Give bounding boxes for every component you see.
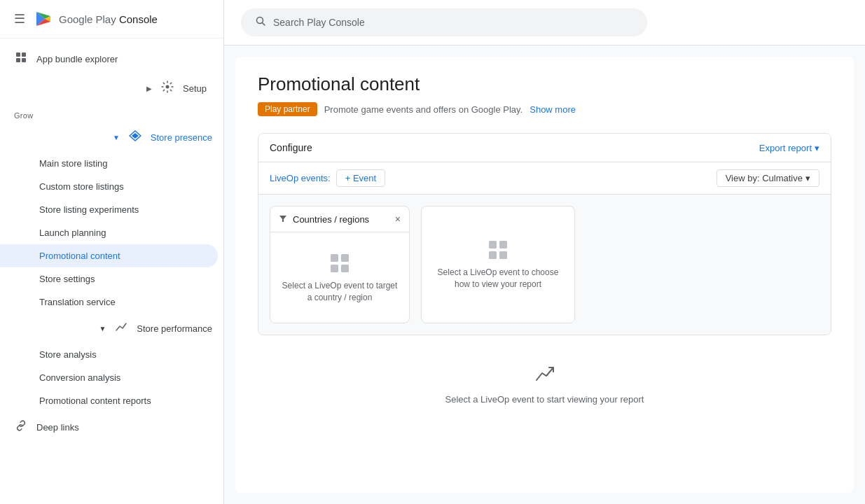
sidebar-item-app-bundle-explorer[interactable]: App bundle explorer <box>0 44 218 74</box>
right-panel-grid-icon <box>487 239 509 261</box>
grid-icon <box>328 252 351 274</box>
page-title: Promotional content <box>258 74 831 95</box>
export-report-chevron-icon: ▾ <box>815 143 819 153</box>
setup-icon <box>160 80 174 96</box>
sidebar-item-conversion-analysis[interactable]: Conversion analysis <box>0 366 218 389</box>
store-presence-icon <box>128 130 142 145</box>
svg-rect-1 <box>22 52 26 57</box>
setup-expand-icon: ▶ <box>146 85 152 92</box>
logo-area: Google Play Console <box>34 9 158 29</box>
grow-section-label: Grow <box>0 103 223 122</box>
svg-rect-17 <box>499 251 507 259</box>
country-card-title: Countries / regions <box>293 214 369 225</box>
play-logo-icon <box>34 9 53 29</box>
sidebar-item-store-presence[interactable]: ▼ Store presence <box>0 122 223 152</box>
deep-links-icon <box>14 419 28 435</box>
svg-point-4 <box>166 85 169 89</box>
sidebar-item-store-analysis[interactable]: Store analysis <box>0 343 218 366</box>
svg-rect-14 <box>489 241 497 248</box>
sidebar-item-translation-service[interactable]: Translation service <box>0 290 218 314</box>
chart-area: Select a LiveOp event to start viewing y… <box>258 335 831 433</box>
sidebar-item-promotional-content-reports[interactable]: Promotional content reports <box>0 389 218 412</box>
right-panel: Select a LiveOp event to choose how to v… <box>421 206 575 323</box>
export-report-button[interactable]: Export report ▾ <box>759 143 819 153</box>
sidebar-item-launch-planning[interactable]: Launch planning <box>0 221 218 244</box>
svg-rect-10 <box>331 254 338 262</box>
search-bar[interactable]: Search Play Console <box>241 8 647 36</box>
store-presence-expand-icon: ▼ <box>113 134 120 141</box>
store-performance-expand-icon: ▼ <box>99 325 106 332</box>
svg-marker-6 <box>132 133 139 139</box>
svg-line-8 <box>263 23 265 26</box>
country-card-body: Select a LiveOp event to target a countr… <box>270 232 409 323</box>
svg-rect-3 <box>22 58 26 62</box>
main-content-area: Search Play Console Promotional content … <box>224 0 865 504</box>
configure-toolbar: LiveOp events: + Event View by: Culmativ… <box>258 162 831 195</box>
page-content: Promotional content Play partner Promote… <box>235 57 854 493</box>
setup-label: Setup <box>183 83 207 94</box>
hamburger-icon[interactable]: ☰ <box>11 8 28 29</box>
view-by-chevron-icon: ▾ <box>805 173 810 183</box>
search-icon <box>255 15 266 29</box>
topbar: Search Play Console <box>224 0 865 46</box>
svg-rect-15 <box>499 241 507 248</box>
store-presence-label: Store presence <box>151 132 212 143</box>
toolbar-left: LiveOp events: + Event <box>270 169 385 187</box>
svg-rect-2 <box>16 58 20 62</box>
country-regions-card: Countries / regions × Select a LiveOp ev… <box>270 206 410 323</box>
right-panel-empty-text: Select a LiveOp event to choose how to v… <box>433 267 563 290</box>
search-placeholder-text: Search Play Console <box>273 17 365 28</box>
sidebar-item-store-performance[interactable]: ▼ Store performance <box>0 314 223 343</box>
sidebar-header: ☰ Google Play Console <box>0 0 223 38</box>
svg-rect-12 <box>331 265 338 272</box>
svg-rect-13 <box>341 265 349 272</box>
liveop-events-label: LiveOp events: <box>270 173 331 183</box>
chart-trend-icon <box>534 363 556 386</box>
sidebar-item-deep-links[interactable]: Deep links <box>0 412 223 442</box>
store-performance-icon <box>114 321 128 336</box>
filter-icon <box>279 214 287 225</box>
country-card-header: Countries / regions × <box>270 206 409 232</box>
view-by-button[interactable]: View by: Culmative ▾ <box>717 169 819 187</box>
sidebar-item-custom-store-listings[interactable]: Custom store listings <box>0 175 218 198</box>
badge-row: Play partner Promote game events and off… <box>258 102 831 116</box>
add-event-button[interactable]: + Event <box>336 169 385 187</box>
sidebar-item-main-store-listing[interactable]: Main store listing <box>0 152 218 175</box>
sidebar-navigation: App bundle explorer ▶ Setup Grow ▼ Store… <box>0 38 223 447</box>
svg-marker-9 <box>279 216 286 222</box>
store-performance-label: Store performance <box>137 323 212 334</box>
country-card-empty-text: Select a LiveOp event to target a countr… <box>282 280 398 304</box>
play-partner-badge: Play partner <box>258 102 317 116</box>
app-bundle-icon <box>14 51 28 66</box>
deep-links-label: Deep links <box>36 422 79 433</box>
sidebar-item-store-listing-experiments[interactable]: Store listing experiments <box>0 198 218 221</box>
configure-body: Countries / regions × Select a LiveOp ev… <box>258 195 831 335</box>
sidebar: ☰ Google Play Console App bundle ex <box>0 0 224 504</box>
configure-header: Configure Export report ▾ <box>258 134 831 162</box>
chart-empty-text: Select a LiveOp event to start viewing y… <box>445 394 644 405</box>
sidebar-item-store-settings[interactable]: Store settings <box>0 267 218 290</box>
badge-description: Promote game events and offers on Google… <box>324 104 523 115</box>
sidebar-item-promotional-content[interactable]: Promotional content <box>0 244 218 267</box>
logo-text: Google Play Console <box>59 13 158 25</box>
logo-text-full: Google Play Console <box>59 13 158 25</box>
configure-section: Configure Export report ▾ LiveOp events:… <box>258 133 831 335</box>
configure-title: Configure <box>270 142 312 153</box>
show-more-link[interactable]: Show more <box>530 104 576 115</box>
svg-rect-11 <box>341 254 349 262</box>
close-icon[interactable]: × <box>395 214 401 225</box>
svg-rect-16 <box>489 251 497 259</box>
sidebar-item-setup[interactable]: ▶ Setup <box>0 74 218 103</box>
svg-rect-0 <box>16 52 20 57</box>
app-bundle-label: App bundle explorer <box>36 54 118 64</box>
